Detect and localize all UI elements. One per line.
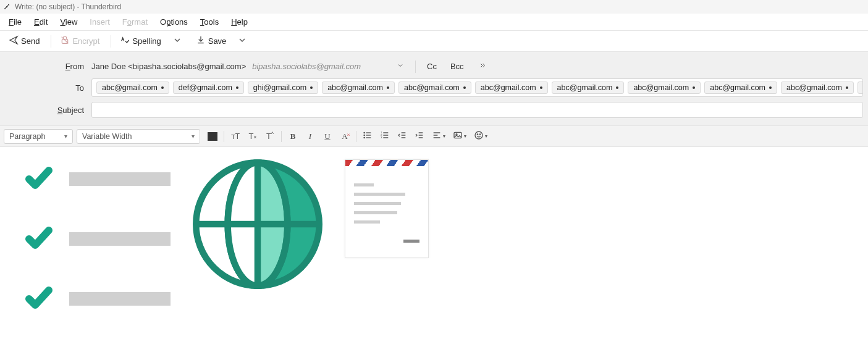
separator (415, 61, 416, 73)
remove-chip-icon[interactable] (161, 86, 164, 89)
letter-line (354, 193, 405, 196)
window-title: Write: (no subject) - Thunderbird (15, 2, 121, 11)
separator (281, 131, 282, 142)
menu-format[interactable]: Format (116, 15, 154, 29)
remove-chip-icon[interactable] (463, 86, 466, 89)
save-dropdown[interactable] (234, 33, 253, 49)
cc-button[interactable]: Cc (422, 59, 442, 73)
recipient-chip[interactable]: abc@gmail.com (322, 82, 395, 94)
checklist-item (19, 283, 171, 314)
menu-help[interactable]: Help (225, 15, 254, 29)
recipient-chip[interactable]: abc@gmail.com (857, 82, 863, 94)
recipient-chip[interactable]: abc@gmail.com (628, 82, 701, 94)
italic-icon: I (309, 132, 311, 141)
spelling-label: Spelling (132, 36, 161, 46)
outdent-icon (397, 130, 407, 142)
remove-chip-icon[interactable] (693, 86, 695, 89)
recipient-chip[interactable]: abc@gmail.com (398, 82, 471, 94)
more-recipients-button[interactable] (473, 59, 492, 73)
menu-edit[interactable]: Edit (28, 15, 54, 29)
encrypt-label: Encrypt (72, 36, 99, 46)
menu-view[interactable]: View (54, 15, 83, 29)
remove-chip-icon[interactable] (846, 86, 848, 89)
remove-chip-icon[interactable] (236, 86, 238, 89)
to-field[interactable]: abc@gmail.com def@gmail.com ghi@gmail.co… (91, 78, 863, 97)
letter-graphic (345, 159, 429, 258)
block-style-select[interactable]: Paragraph ▾ (4, 129, 73, 144)
recipient-chip[interactable]: ghi@gmail.com (248, 82, 318, 94)
toolbar-separator (51, 35, 51, 48)
placeholder-bar (69, 172, 171, 186)
underline-button[interactable]: U (319, 129, 335, 144)
insert-emoji-button[interactable]: ▾ (471, 129, 491, 144)
svg-point-3 (364, 137, 364, 138)
encrypt-button[interactable]: Encrypt (55, 33, 104, 49)
italic-button[interactable]: I (302, 129, 318, 144)
letter-line (354, 183, 374, 186)
bold-button[interactable]: B (285, 129, 301, 144)
recipient-chip[interactable]: def@gmail.com (173, 82, 244, 94)
remove-chip-icon[interactable] (387, 86, 389, 89)
remove-chip-icon[interactable] (769, 86, 772, 89)
menu-tools[interactable]: Tools (194, 15, 225, 29)
checklist-item (19, 223, 171, 254)
chevron-down-icon (237, 35, 250, 47)
indent-button[interactable] (411, 129, 428, 144)
subject-input[interactable] (91, 102, 863, 118)
message-body[interactable] (0, 147, 868, 351)
font-increase-icon: T^ (266, 131, 274, 141)
send-button[interactable]: Send (4, 33, 44, 49)
menu-options[interactable]: Options (154, 15, 194, 29)
remove-chip-icon[interactable] (310, 86, 313, 89)
remove-chip-icon[interactable] (616, 86, 618, 89)
menu-bar: File Edit View Insert Format Options Too… (0, 14, 868, 31)
airmail-stripe (345, 160, 428, 166)
bullet-list-button[interactable] (360, 129, 376, 144)
numbered-list-button[interactable]: 123 (377, 129, 393, 144)
from-value: Jane Doe <bipasha.sociolabs@gmail.com> (91, 62, 246, 71)
recipient-chip[interactable]: abc@gmail.com (781, 82, 854, 94)
font-family-select[interactable]: Variable Width ▾ (77, 129, 200, 144)
checklist-item (19, 163, 171, 195)
bcc-button[interactable]: Bcc (445, 59, 469, 73)
align-button[interactable]: ▾ (429, 129, 449, 144)
font-family-value: Variable Width (82, 132, 132, 141)
placeholder-bar (69, 232, 171, 246)
outdent-button[interactable] (394, 129, 410, 144)
recipient-chip[interactable]: abc@gmail.com (704, 82, 777, 94)
save-button[interactable]: Save (191, 33, 232, 49)
save-label: Save (208, 36, 227, 46)
chevron-down-icon (172, 35, 185, 47)
clear-format-icon: A× (342, 132, 347, 141)
font-size-increase-button[interactable]: T^ (262, 129, 278, 144)
spelling-dropdown[interactable] (169, 33, 188, 49)
text-color-button[interactable] (204, 129, 221, 144)
font-size-decrease-button[interactable]: ᴛT (227, 129, 243, 144)
svg-point-10 (477, 134, 478, 135)
menu-file[interactable]: File (2, 15, 28, 29)
svg-point-11 (479, 134, 480, 135)
menu-insert[interactable]: Insert (83, 15, 116, 29)
recipient-chip[interactable]: abc@gmail.com (475, 82, 548, 94)
chevron-down-icon: ▾ (443, 133, 445, 139)
body-illustration (19, 159, 849, 314)
svg-rect-7 (454, 132, 461, 138)
formatting-toolbar: Paragraph ▾ Variable Width ▾ ᴛT T× T^ B … (0, 126, 868, 147)
remove-chip-icon[interactable] (540, 86, 542, 89)
main-toolbar: Send Encrypt Spelling Save (0, 31, 868, 52)
recipient-chip[interactable]: abc@gmail.com (96, 82, 169, 94)
from-row: From Jane Doe <bipasha.sociolabs@gmail.c… (0, 57, 868, 76)
font-size-reset-button[interactable]: T× (245, 129, 261, 144)
remove-format-button[interactable]: A× (337, 129, 353, 144)
spelling-button[interactable]: Spelling (115, 33, 166, 49)
image-icon (453, 130, 463, 142)
emoji-icon (474, 130, 484, 142)
letter-line (354, 220, 380, 224)
svg-point-9 (475, 132, 482, 139)
to-label: To (5, 83, 91, 93)
recipient-chip[interactable]: abc@gmail.com (552, 82, 625, 94)
spelling-icon (120, 35, 132, 47)
insert-image-button[interactable]: ▾ (450, 129, 470, 144)
subject-row: Subject (0, 99, 868, 120)
from-dropdown[interactable] (392, 59, 409, 73)
